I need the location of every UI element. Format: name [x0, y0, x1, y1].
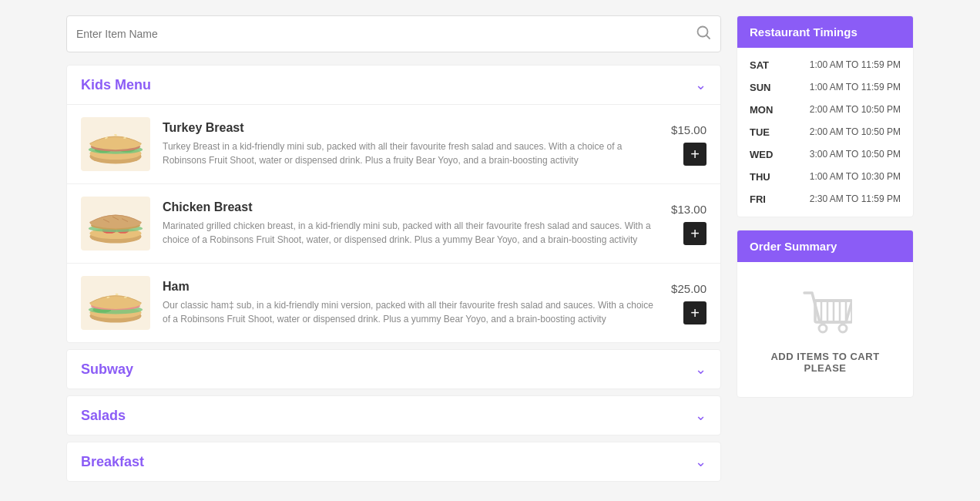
timing-day-sun: SUN — [750, 82, 777, 93]
order-summary-header: Order Summary — [737, 230, 913, 262]
chevron-down-icon: ⌄ — [695, 361, 706, 378]
timing-day-mon: MON — [750, 104, 777, 116]
svg-point-10 — [114, 134, 117, 136]
chicken-breast-price: $13.00 — [671, 203, 706, 216]
chicken-breast-description: Marinated grilled chicken breast, in a k… — [163, 219, 659, 247]
timing-hours-wed: 3:00 AM TO 10:50 PM — [810, 149, 901, 160]
chicken-breast-details: Chicken Breast Marinated grilled chicken… — [163, 200, 659, 247]
svg-point-37 — [819, 324, 827, 332]
turkey-breast-details: Turkey Breast Turkey Breast in a kid-fri… — [163, 121, 659, 167]
menu-section-subway: Subway ⌄ — [66, 349, 721, 389]
menu-section-breakfast: Breakfast ⌄ — [66, 442, 721, 482]
restaurant-timings-header: Restaurant Timings — [737, 16, 913, 48]
ham-details: Ham Our classic ham‡ sub, in a kid-frien… — [163, 280, 659, 326]
ham-description: Our classic ham‡ sub, in a kid-friendly … — [163, 298, 659, 326]
breakfast-header[interactable]: Breakfast ⌄ — [67, 442, 720, 481]
chevron-down-icon: ⌄ — [695, 76, 706, 93]
menu-section-salads: Salads ⌄ — [66, 395, 721, 435]
turkey-breast-add-button[interactable]: + — [683, 143, 706, 166]
timing-row-sat: SAT 1:00 AM TO 11:59 PM — [737, 54, 913, 76]
timing-hours-tue: 2:00 AM TO 10:50 PM — [810, 126, 901, 138]
order-summary-content: ADD ITEMS TO CART PLEASE — [737, 262, 913, 397]
list-item: Chicken Breast Marinated grilled chicken… — [67, 184, 720, 264]
list-item: Ham Our classic ham‡ sub, in a kid-frien… — [67, 264, 720, 342]
search-icon — [696, 25, 711, 44]
chicken-breast-price-add: $13.00 + — [671, 203, 706, 245]
order-summary-panel: Order Summary — [737, 230, 914, 398]
timing-row-sun: SUN 1:00 AM TO 11:59 PM — [737, 76, 913, 99]
order-summary-title: Order Summary — [750, 240, 837, 253]
chicken-breast-add-button[interactable]: + — [683, 222, 706, 245]
restaurant-timings-title: Restaurant Timings — [750, 25, 858, 39]
salads-title: Salads — [81, 408, 126, 424]
restaurant-timings-panel: Restaurant Timings SAT 1:00 AM TO 11:59 … — [737, 15, 914, 217]
svg-point-29 — [116, 294, 119, 295]
chicken-breast-image — [81, 197, 150, 250]
timing-row-tue: TUE 2:00 AM TO 10:50 PM — [737, 121, 913, 143]
timing-hours-fri: 2:30 AM TO 11:59 PM — [810, 193, 901, 205]
ham-price: $25.00 — [671, 282, 706, 295]
timing-day-thu: THU — [750, 171, 777, 183]
subway-title: Subway — [81, 361, 133, 378]
timing-day-tue: TUE — [750, 126, 777, 138]
ham-name: Ham — [163, 280, 659, 294]
page-wrapper: Kids Menu ⌄ — [66, 15, 914, 488]
list-item: Turkey Breast Turkey Breast in a kid-fri… — [67, 105, 720, 184]
turkey-breast-price: $15.00 — [671, 123, 706, 136]
cart-empty-text: ADD ITEMS TO CART PLEASE — [750, 351, 901, 374]
timing-row-mon: MON 2:00 AM TO 10:50 PM — [737, 99, 913, 121]
salads-header[interactable]: Salads ⌄ — [67, 396, 720, 435]
chicken-breast-name: Chicken Breast — [163, 200, 659, 214]
turkey-breast-image — [81, 117, 150, 171]
kids-menu-header[interactable]: Kids Menu ⌄ — [67, 66, 720, 104]
breakfast-title: Breakfast — [81, 454, 144, 470]
timing-day-wed: WED — [750, 149, 777, 160]
ham-add-button[interactable]: + — [683, 301, 706, 324]
timing-hours-mon: 2:00 AM TO 10:50 PM — [810, 104, 901, 116]
timing-hours-sun: 1:00 AM TO 11:59 PM — [810, 82, 901, 93]
chevron-down-icon: ⌄ — [695, 453, 706, 470]
timing-hours-thu: 1:00 AM TO 10:30 PM — [810, 171, 901, 183]
ham-image — [81, 276, 150, 330]
menu-section-kids-menu: Kids Menu ⌄ — [66, 65, 721, 343]
timing-day-sat: SAT — [750, 59, 777, 71]
turkey-breast-name: Turkey Breast — [163, 121, 659, 135]
subway-header[interactable]: Subway ⌄ — [67, 350, 720, 388]
timing-row-thu: THU 1:00 AM TO 10:30 PM — [737, 166, 913, 188]
turkey-breast-price-add: $15.00 + — [671, 123, 706, 166]
kids-menu-title: Kids Menu — [81, 77, 151, 93]
chevron-down-icon: ⌄ — [695, 407, 706, 424]
timing-row-wed: WED 3:00 AM TO 10:50 PM — [737, 143, 913, 166]
sidebar: Restaurant Timings SAT 1:00 AM TO 11:59 … — [737, 15, 914, 488]
kids-menu-items: Turkey Breast Turkey Breast in a kid-fri… — [67, 104, 720, 342]
svg-line-1 — [706, 35, 710, 38]
main-content: Kids Menu ⌄ — [66, 15, 721, 488]
timings-table: SAT 1:00 AM TO 11:59 PM SUN 1:00 AM TO 1… — [737, 48, 913, 217]
cart-empty-icon — [798, 285, 852, 338]
ham-price-add: $25.00 + — [671, 282, 706, 324]
svg-point-38 — [839, 324, 847, 332]
search-input[interactable] — [76, 28, 696, 40]
turkey-breast-description: Turkey Breast in a kid-friendly mini sub… — [163, 140, 659, 167]
search-bar-container — [66, 15, 721, 52]
timing-hours-sat: 1:00 AM TO 11:59 PM — [810, 59, 901, 71]
timing-row-fri: FRI 2:30 AM TO 11:59 PM — [737, 188, 913, 210]
timing-day-fri: FRI — [750, 193, 777, 205]
